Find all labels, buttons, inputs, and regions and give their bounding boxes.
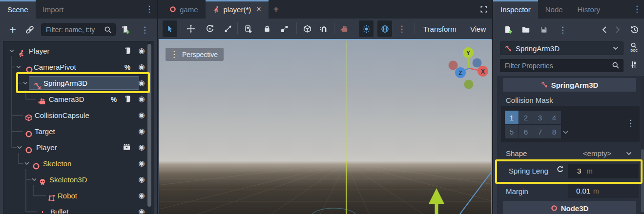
mask-bit-4[interactable]: 4 [547,111,561,124]
visibility-eye-icon[interactable]: ◉ [137,63,146,72]
category-springarm3d[interactable]: SpringArm3D [503,78,636,92]
visibility-eye-icon[interactable]: ◉ [137,159,146,168]
lock-node-button[interactable] [260,20,274,37]
visibility-eye-icon[interactable]: ◉ [137,47,146,56]
tree-row-camerapivot[interactable]: CameraPivot % ◉ [3,59,154,75]
unique-name-badge[interactable]: % [109,95,118,104]
expand-chevron-icon[interactable] [32,178,37,181]
object-history-icon[interactable] [630,26,639,34]
mask-bit-6[interactable]: 6 [519,125,533,138]
tree-row-player-instance[interactable]: Player ◉ [3,139,154,156]
group-node-button[interactable] [277,20,291,37]
tab-game[interactable]: game [162,0,206,19]
visibility-eye-icon[interactable]: ◉ [137,192,146,200]
transform-menu[interactable]: Transform [423,19,457,39]
tree-row-collisioncapsule[interactable]: CollisionCapsule ◉ [3,107,154,123]
visibility-eye-icon[interactable]: ◉ [137,111,146,120]
category-node3d[interactable]: Node3D [503,201,636,214]
tab-scene[interactable]: Scene [0,0,36,19]
tree-row-skeleton3d[interactable]: Skeleton3D ◉ [3,172,154,188]
move-tool-button[interactable] [184,20,198,37]
tree-row-camera3d[interactable]: Camera3D % ◉ [3,91,154,107]
open-docs-icon[interactable]: DOC [628,42,639,54]
select-tool-button[interactable] [163,20,177,37]
scene-tree-menu-icon[interactable]: ⋮ [141,26,149,34]
mask-menu-icon[interactable]: ⋮ [626,119,635,127]
mask-bit-3[interactable]: 3 [533,111,547,124]
tab-player[interactable]: player(*) × [206,0,269,19]
rotate-tool-button[interactable] [203,20,217,37]
script-icon[interactable] [123,47,132,56]
expand-chevron-icon[interactable] [9,49,14,53]
toggle-environment-button[interactable] [377,20,392,37]
tab-history[interactable]: History [570,0,608,19]
expand-viewport-icon[interactable] [480,0,488,19]
instance-scene-icon[interactable] [25,25,34,34]
tab-inspector[interactable]: Inspector [493,0,538,19]
shape-value[interactable]: <empty> [575,149,619,157]
movie-instance-icon[interactable] [122,143,131,152]
load-resource-button[interactable] [521,26,530,34]
close-tab-icon[interactable]: × [256,5,261,14]
tree-row-bullet[interactable]: Bullet ◉ [3,204,154,214]
translate-gizmo-arrow[interactable] [429,188,444,214]
tree-row-springarm3d[interactable]: SpringArm3D ◉ [3,75,154,91]
visibility-eye-icon[interactable]: ◉ [137,143,146,152]
revert-value-icon[interactable] [556,166,564,175]
mask-bit-7[interactable]: 7 [533,125,547,138]
resource-menu-icon[interactable]: ⋮ [559,26,567,34]
perspective-menu-button[interactable]: ⋮ Perspective [166,48,224,61]
mask-bit-2[interactable]: 2 [519,111,533,124]
tab-node[interactable]: Node [538,0,570,19]
preview-camera-button[interactable] [337,20,352,37]
viewport-3d[interactable]: Y X Z ⋮ Perspective [159,39,492,214]
expand-chevron-icon[interactable] [23,81,28,85]
attach-script-button[interactable] [120,25,129,34]
tree-row-skeleton[interactable]: Skeleton ◉ [3,156,154,172]
view-gizmos-button[interactable] [300,20,314,37]
environment-options-icon[interactable]: ⋮ [397,20,407,37]
tree-row-player[interactable]: Player ◉ [3,43,154,59]
add-node-button[interactable]: + [7,23,19,37]
inspector-filter-input[interactable] [500,59,623,72]
expand-chevron-icon[interactable] [17,146,22,149]
tree-row-robot[interactable]: Robot ◉ [3,188,154,204]
mask-bit-5[interactable]: 5 [505,125,519,138]
axis-neg-z-ball[interactable] [473,58,482,68]
view-axes-gizmo[interactable]: Y X Z [449,47,489,89]
property-tools-icon[interactable] [630,60,638,70]
visibility-eye-icon[interactable]: ◉ [137,208,146,214]
scene-tab-menu-icon[interactable]: ⋮ [145,5,153,13]
toggle-sun-button[interactable] [359,20,374,37]
visibility-eye-icon[interactable]: ◉ [137,127,146,136]
script-icon[interactable] [123,95,132,104]
node-selector-dropdown[interactable]: SpringArm3D [500,41,623,55]
history-forward-icon[interactable] [615,26,621,34]
tree-row-target[interactable]: Target ◉ [3,123,154,139]
save-resource-button[interactable] [540,26,548,34]
scene-tree-scrollbar[interactable] [147,42,152,213]
visibility-eye-icon[interactable]: ◉ [137,79,146,88]
new-scene-tab-button[interactable]: + [269,0,284,19]
spring-length-field[interactable]: 3 m [568,164,639,178]
expand-chevron-icon[interactable] [16,65,21,69]
margin-field[interactable]: 0.01 m [568,184,639,198]
snap-button[interactable] [316,20,331,37]
view-menu[interactable]: View [470,19,486,39]
visibility-eye-icon[interactable]: ◉ [137,95,146,104]
unique-name-badge[interactable]: % [123,63,132,72]
axis-neg-y-ball[interactable] [464,80,474,89]
mask-expand-chevron-icon[interactable] [563,131,568,134]
axis-neg-x-ball[interactable] [449,61,458,70]
mask-bit-8[interactable]: 8 [547,125,561,138]
inspector-scrollbar[interactable] [641,76,644,214]
history-back-icon[interactable] [602,26,607,34]
visibility-eye-icon[interactable]: ◉ [137,175,146,184]
expand-chevron-icon[interactable] [24,162,29,165]
shape-chevron-icon[interactable] [626,152,632,156]
tab-import[interactable]: Import [36,0,71,19]
scale-tool-button[interactable] [221,20,235,37]
inspector-tab-menu-icon[interactable]: ⋮ [633,5,641,13]
mask-bit-1[interactable]: 1 [505,111,519,124]
list-select-tool-button[interactable] [241,20,256,37]
